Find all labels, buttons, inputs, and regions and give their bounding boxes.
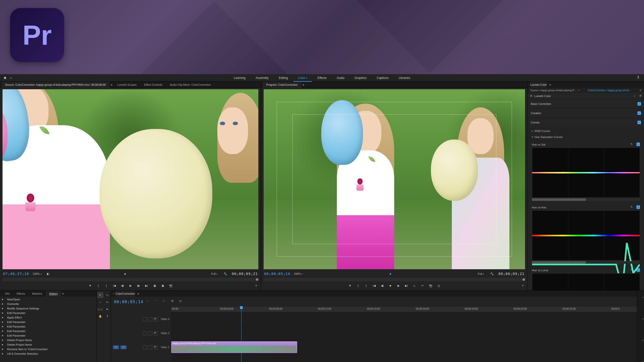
timeline-panel-menu[interactable]: ≡ <box>136 292 140 295</box>
lumetri-reset-button[interactable]: ↺ <box>639 89 641 92</box>
insert-button[interactable]: ▦ <box>152 283 157 288</box>
tab-program[interactable]: Program: ColorCorrection <box>263 82 301 88</box>
source-wrench-icon[interactable]: 🔧 <box>224 272 227 276</box>
history-item[interactable]: ▸Delete Project Items <box>0 342 97 347</box>
razor-tool[interactable]: ✂ <box>104 299 110 305</box>
source-tab-3[interactable]: Audio Clip Mixer: ColorCorrection <box>166 82 214 88</box>
add-marker-button[interactable]: ▼ <box>88 283 93 288</box>
extract-button[interactable]: ✂ <box>420 283 425 288</box>
source-resolution-half-icon[interactable]: ◧ <box>47 272 49 276</box>
tab-info[interactable]: Info <box>2 291 13 297</box>
track-header-video-2[interactable]: 👁Video 2 <box>111 326 171 340</box>
program-panel-menu[interactable]: ≡ <box>302 83 305 86</box>
history-item[interactable]: ▸Edit Parameter <box>0 320 97 324</box>
workspace-captions[interactable]: Captions <box>372 74 393 82</box>
step-back-button[interactable]: ◀| <box>120 283 125 288</box>
program-zoom[interactable]: 100% ▾ <box>292 272 304 275</box>
lumetri-effect-dropdown[interactable]: Lumetri Color <box>534 95 632 98</box>
source-tab-2[interactable]: Effect Controls <box>141 82 166 88</box>
linked-selection-toggle[interactable]: ⌒ <box>155 299 159 304</box>
lock-toggle[interactable] <box>143 331 147 335</box>
history-item[interactable]: ▸Edit Parameter <box>0 324 97 329</box>
curve-scrollbar[interactable] <box>532 261 640 264</box>
home-button[interactable] <box>3 75 8 80</box>
fx-badge-icon[interactable]: fx <box>530 95 532 97</box>
eyedropper-tool[interactable]: ✎ <box>630 143 634 147</box>
history-item[interactable]: ▸Modify Sequence Settings <box>0 306 97 311</box>
lumetri-panel-menu[interactable]: ≡ <box>548 83 552 86</box>
track-v1-row[interactable]: happy-group-of-kids-playing-PPVYA9V.mov <box>171 340 637 354</box>
source-marker-icon[interactable]: ◆ <box>124 272 126 276</box>
source-zoom[interactable]: 100% ▾ <box>31 272 43 275</box>
section-enable-checkbox[interactable]: ✓ <box>637 111 641 115</box>
curves-sub-hue-saturation-curves[interactable]: ▾Hue Saturation Curves <box>532 134 640 140</box>
step-back-button[interactable]: ◀| <box>380 283 385 288</box>
lumetri-section-curves[interactable]: Curves✓ <box>528 118 644 127</box>
program-tc-left[interactable]: 00;00;05;14 <box>264 272 290 276</box>
workspace-graphics[interactable]: Graphics <box>350 74 371 82</box>
workspace-libraries[interactable]: Libraries <box>394 74 415 82</box>
workspace-overflow[interactable]: » <box>8 76 14 79</box>
source-scrub-bar[interactable] <box>3 278 258 281</box>
type-tool[interactable]: T <box>104 313 110 319</box>
curve-enable-checkbox[interactable]: ✓ <box>636 205 640 209</box>
curve-enable-checkbox[interactable]: ✓ <box>636 143 640 146</box>
source-tc-left[interactable]: 07;40;37;16 <box>3 272 29 276</box>
eyedropper-tool[interactable]: ✎ <box>630 205 634 209</box>
history-item[interactable]: ▸Edit Parameter <box>0 311 97 315</box>
go-to-out-button[interactable]: ▶| <box>404 283 409 288</box>
track-v2-row[interactable] <box>171 326 637 340</box>
history-item[interactable]: ▸Apply Effect <box>0 315 97 320</box>
lumetri-section-basic-correction[interactable]: Basic Correction✓ <box>528 99 644 108</box>
history-item[interactable]: ▸Edit Parameter <box>0 329 97 333</box>
lumetri-target-clip[interactable]: ColorCorrection • happy-group-of-kid… <box>588 89 631 92</box>
sync-lock-toggle[interactable] <box>148 317 152 321</box>
lumetri-section-creative[interactable]: Creative✓ <box>528 109 644 118</box>
curve-canvas[interactable] <box>532 210 640 261</box>
sync-lock-toggle[interactable] <box>148 345 152 349</box>
track-output-toggle[interactable]: 👁 <box>154 331 158 335</box>
mark-in-button[interactable]: { <box>355 283 361 288</box>
sync-lock-toggle[interactable] <box>148 331 152 335</box>
comparison-view-button[interactable]: ◫ <box>436 283 441 288</box>
program-viewer[interactable] <box>264 89 525 269</box>
history-item[interactable]: ▸Edit Parameter <box>0 333 97 338</box>
play-button[interactable]: ▶ <box>128 283 133 288</box>
track-output-toggle[interactable]: 👁 <box>154 345 158 349</box>
curve-canvas[interactable] <box>532 148 640 198</box>
history-item[interactable]: ▸Lift & Overwrite Selection <box>0 351 97 356</box>
go-to-out-button[interactable]: ▶| <box>144 283 149 288</box>
export-frame-button[interactable]: 📷 <box>428 283 433 288</box>
lift-button[interactable]: ⎌ <box>412 283 417 288</box>
workspace-effects[interactable]: Effects <box>313 74 331 82</box>
track-v3-row[interactable] <box>171 312 637 326</box>
track-target[interactable]: V1 <box>120 345 127 349</box>
video-clip[interactable]: happy-group-of-kids-playing-PPVYA9V.mov <box>171 341 297 353</box>
workspace-learning[interactable]: Learning <box>229 74 250 82</box>
history-item[interactable]: ▸Overwrite <box>0 302 97 306</box>
step-forward-button[interactable]: |▶ <box>136 283 141 288</box>
add-marker-button[interactable]: ▼ <box>347 283 353 288</box>
curve-scrollbar[interactable] <box>532 198 640 201</box>
tab-markers[interactable]: Markers <box>29 291 46 297</box>
tab-history[interactable]: History <box>46 291 61 297</box>
workspace-color[interactable]: Color ≡ <box>294 74 312 82</box>
lock-toggle[interactable] <box>143 317 147 321</box>
workspace-editing[interactable]: Editing <box>274 74 293 82</box>
overwrite-button[interactable]: ▣ <box>160 283 166 288</box>
play-stop-button[interactable]: ■ <box>388 283 393 288</box>
slip-tool[interactable]: |↔| <box>97 306 103 312</box>
track-output-toggle[interactable]: 👁 <box>154 317 158 321</box>
history-item[interactable]: ▸Rename Item to 'ColorCorrection' <box>0 347 97 351</box>
source-viewer[interactable] <box>3 89 258 269</box>
program-fit[interactable]: Full ▾ <box>476 272 486 275</box>
add-marker-toggle[interactable]: ▿ <box>163 299 168 304</box>
tab-effects[interactable]: Effects <box>13 291 28 297</box>
mark-in-button[interactable]: { <box>96 283 101 288</box>
workspace-audio[interactable]: Audio <box>332 74 349 82</box>
source-tab-0[interactable]: Source: ColorCorrection: happy-group-of-… <box>2 82 109 88</box>
quick-export-button[interactable] <box>636 75 641 80</box>
source-patch[interactable]: V1 <box>113 345 119 349</box>
lock-toggle[interactable] <box>143 345 147 349</box>
ripple-edit-tool[interactable]: ↔ <box>97 299 103 305</box>
